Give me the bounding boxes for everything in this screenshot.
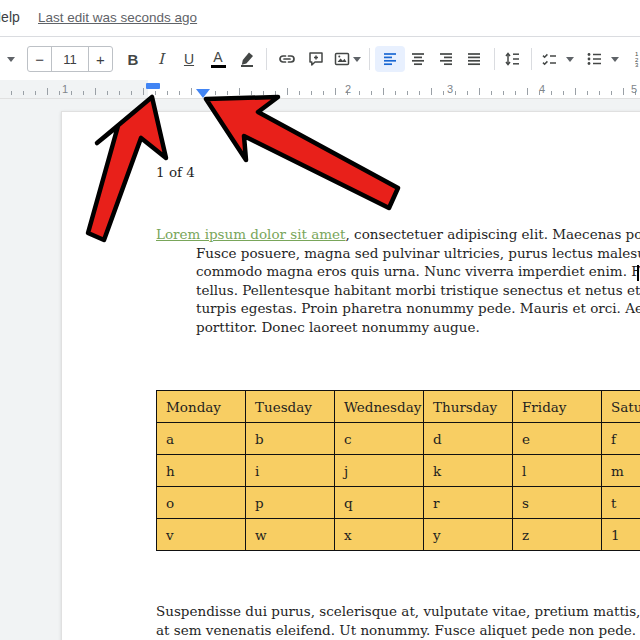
- align-left-button[interactable]: [375, 46, 405, 72]
- line-spacing-button[interactable]: [497, 46, 527, 72]
- table-cell[interactable]: w: [246, 519, 335, 551]
- insert-link-button[interactable]: [272, 46, 302, 72]
- text-line[interactable]: at sem venenatis eleifend. Ut nonummy. F…: [156, 621, 640, 640]
- paragraph-2: Suspendisse dui purus, scelerisque at, v…: [156, 602, 640, 639]
- table-cell[interactable]: d: [424, 423, 513, 455]
- text-line[interactable]: tellus. Pellentesque habitant morbi tris…: [196, 281, 640, 300]
- justify-icon: [465, 50, 483, 68]
- highlighter-icon: [238, 50, 256, 68]
- image-dropdown-caret[interactable]: [351, 46, 363, 72]
- table-cell[interactable]: b: [246, 423, 335, 455]
- bulleted-list-button[interactable]: [580, 46, 608, 72]
- text-line[interactable]: Suspendisse dui purus, scelerisque at, v…: [156, 602, 640, 621]
- table-cell[interactable]: j: [335, 455, 424, 487]
- ruler-number: 3: [447, 83, 453, 95]
- table-cell[interactable]: r: [424, 487, 513, 519]
- align-left-icon: [381, 50, 399, 68]
- table-header-cell[interactable]: Monday: [157, 391, 246, 423]
- table-cell[interactable]: q: [335, 487, 424, 519]
- table-cell[interactable]: i: [246, 455, 335, 487]
- svg-text:3: 3: [635, 62, 639, 68]
- document-canvas: 1 of 4 Lorem ipsum dolor sit amet, conse…: [0, 99, 640, 640]
- chevron-down-icon: [353, 57, 361, 62]
- font-dropdown-caret[interactable]: [4, 46, 18, 72]
- bulleted-list-icon: [585, 50, 604, 68]
- numbered-list-button[interactable]: 123: [628, 46, 640, 72]
- image-icon: [333, 50, 351, 68]
- table-row: opqrst: [157, 487, 640, 519]
- ruler-number: 5: [631, 83, 637, 95]
- text-color-button[interactable]: A: [204, 46, 232, 72]
- table-cell[interactable]: a: [157, 423, 246, 455]
- text-line[interactable]: commodo magna eros quis urna. Nunc viver…: [196, 262, 640, 281]
- table-cell[interactable]: t: [602, 487, 640, 519]
- table-cell[interactable]: o: [157, 487, 246, 519]
- checklist-icon: [540, 50, 559, 68]
- table-cell[interactable]: e: [513, 423, 602, 455]
- paragraph-1-first-line[interactable]: Lorem ipsum dolor sit amet, consectetuer…: [156, 225, 640, 244]
- text-line[interactable]: Fusce posuere, magna sed pulvinar ultric…: [196, 244, 640, 263]
- page-indicator[interactable]: 1 of 4: [156, 163, 195, 182]
- highlight-color-button[interactable]: [234, 46, 260, 72]
- menu-bar: Help Last edit was seconds ago: [0, 0, 640, 36]
- align-right-icon: [437, 50, 455, 68]
- add-comment-button[interactable]: [301, 46, 331, 72]
- bulleted-list-dropdown-caret[interactable]: [609, 46, 621, 72]
- font-size-value[interactable]: 11: [52, 47, 88, 71]
- text-line[interactable]: porttitor. Donec laoreet nonummy augue.: [196, 318, 640, 337]
- last-edit-link[interactable]: Last edit was seconds ago: [38, 10, 197, 25]
- lorem-ipsum-link[interactable]: Lorem ipsum dolor sit amet: [156, 226, 346, 242]
- document-page[interactable]: 1 of 4 Lorem ipsum dolor sit amet, conse…: [61, 111, 640, 640]
- table-cell[interactable]: y: [424, 519, 513, 551]
- ruler[interactable]: 12345: [0, 80, 640, 99]
- paragraph-1-hang: Fusce posuere, magna sed pulvinar ultric…: [196, 244, 640, 337]
- google-docs-screenshot: { "menu": { "help_label": "Help", "last_…: [0, 0, 640, 640]
- toolbar-divider: [531, 48, 532, 70]
- checklist-button[interactable]: [535, 46, 563, 72]
- table-cell[interactable]: x: [335, 519, 424, 551]
- table-cell[interactable]: m: [602, 455, 640, 487]
- text-line[interactable]: turpis egestas. Proin pharetra nonummy p…: [196, 299, 640, 318]
- table-cell[interactable]: l: [513, 455, 602, 487]
- table-cell[interactable]: v: [157, 519, 246, 551]
- table-cell[interactable]: z: [513, 519, 602, 551]
- menu-item-help[interactable]: Help: [0, 9, 20, 25]
- bold-button[interactable]: B: [120, 46, 146, 72]
- table-cell[interactable]: s: [513, 487, 602, 519]
- first-line-indent-marker[interactable]: [146, 83, 160, 89]
- text-cursor: [637, 265, 639, 281]
- toolbar-divider: [369, 48, 370, 70]
- table-header-cell[interactable]: Wednesday: [335, 391, 424, 423]
- underline-button[interactable]: U: [176, 46, 202, 72]
- justify-button[interactable]: [459, 46, 489, 72]
- chevron-down-icon: [611, 57, 619, 62]
- align-center-icon: [409, 50, 427, 68]
- table-header-cell[interactable]: Saturday: [602, 391, 640, 423]
- align-right-button[interactable]: [431, 46, 461, 72]
- left-indent-marker[interactable]: [196, 89, 210, 98]
- numbered-list-icon: 123: [633, 50, 640, 68]
- decrease-font-size-button[interactable]: −: [28, 47, 52, 71]
- table-cell[interactable]: 1: [602, 519, 640, 551]
- italic-button[interactable]: I: [148, 46, 174, 72]
- checklist-dropdown-caret[interactable]: [564, 46, 576, 72]
- table-header-cell[interactable]: Tuesday: [246, 391, 335, 423]
- table-cell[interactable]: h: [157, 455, 246, 487]
- table-cell[interactable]: k: [424, 455, 513, 487]
- table-cell[interactable]: c: [335, 423, 424, 455]
- increase-font-size-button[interactable]: +: [89, 47, 112, 71]
- table-cell[interactable]: p: [246, 487, 335, 519]
- toolbar-divider: [494, 48, 495, 70]
- align-center-button[interactable]: [403, 46, 433, 72]
- table-row: abcdef: [157, 423, 640, 455]
- doc-table[interactable]: MondayTuesdayWednesdayThursdayFridaySatu…: [156, 390, 640, 551]
- ruler-number: 2: [345, 83, 351, 95]
- toolbar: − 11 + B I U A: [0, 36, 640, 80]
- line-spacing-icon: [503, 50, 522, 68]
- ruler-number: 4: [539, 83, 545, 95]
- table-header-cell[interactable]: Thursday: [424, 391, 513, 423]
- table-header-cell[interactable]: Friday: [513, 391, 602, 423]
- table-cell[interactable]: f: [602, 423, 640, 455]
- table-row: vwxyz1: [157, 519, 640, 551]
- paragraph-1-line1-rest[interactable]: , consectetuer adipiscing elit. Maecenas…: [346, 226, 640, 242]
